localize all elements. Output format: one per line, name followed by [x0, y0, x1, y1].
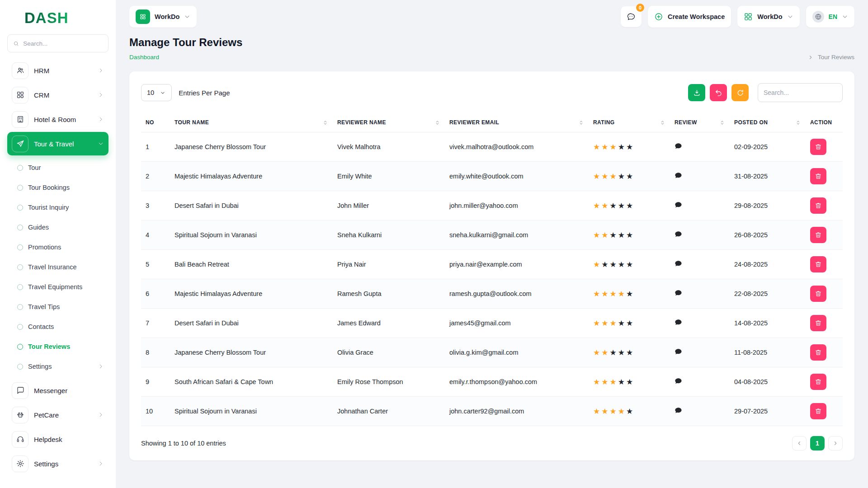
brand-logo[interactable]: DASH	[7, 5, 108, 31]
rating-stars: ★★★★★	[593, 407, 634, 416]
table-footer: Showing 1 to 10 of 10 entries 1	[141, 436, 843, 450]
cell-review	[670, 191, 730, 221]
sidebar-item-hrm[interactable]: HRM	[7, 59, 108, 82]
table-search-input[interactable]	[764, 89, 837, 96]
delete-button[interactable]	[810, 256, 826, 272]
column-header-reviewer-email[interactable]: REVIEWER EMAIL	[445, 113, 589, 132]
sidebar-subitem-guides[interactable]: Guides	[11, 217, 108, 237]
sidebar-item-hotel-room[interactable]: Hotel & Room	[7, 108, 108, 131]
download-icon	[693, 89, 701, 97]
sidebar-subitem-label: Contacts	[28, 323, 54, 330]
delete-button[interactable]	[810, 315, 826, 331]
sidebar-subitem-travel-insurance[interactable]: Travel Insurance	[11, 257, 108, 277]
star-icon: ★	[618, 378, 626, 386]
column-header-tour-name[interactable]: TOUR NAME	[170, 113, 333, 132]
table-row: 10 Spiritual Sojourn in Varanasi Johnath…	[141, 397, 843, 426]
cell-no: 3	[141, 191, 170, 221]
review-comment-icon[interactable]	[675, 230, 682, 238]
sidebar-subitem-tour[interactable]: Tour	[11, 158, 108, 178]
pagination-page-1[interactable]: 1	[810, 436, 825, 450]
chat-icon	[627, 12, 636, 21]
sidebar-subitem-tour-bookings[interactable]: Tour Bookings	[11, 178, 108, 197]
delete-button[interactable]	[810, 139, 826, 155]
column-header-posted-on[interactable]: POSTED ON	[730, 113, 806, 132]
review-comment-icon[interactable]	[675, 407, 682, 414]
delete-button[interactable]	[810, 227, 826, 243]
cell-review	[670, 132, 730, 162]
star-icon: ★	[601, 231, 609, 239]
sidebar-subitem-label: Settings	[28, 363, 52, 370]
sidebar-subitem-contacts[interactable]: Contacts	[11, 317, 108, 337]
star-icon: ★	[626, 172, 634, 181]
sidebar-search-input[interactable]	[23, 40, 103, 47]
cell-review	[670, 309, 730, 338]
export-button[interactable]	[688, 84, 705, 101]
sidebar-subitem-travel-equipments[interactable]: Travel Equipments	[11, 277, 108, 297]
sidebar-subitem-settings[interactable]: Settings	[11, 357, 108, 376]
review-comment-icon[interactable]	[675, 172, 682, 179]
sidebar-subitem-tour-reviews[interactable]: Tour Reviews	[11, 337, 108, 357]
sidebar-subitem-tourist-inquiry[interactable]: Tourist Inquiry	[11, 197, 108, 217]
sort-icon	[434, 120, 440, 126]
review-comment-icon[interactable]	[675, 201, 682, 209]
delete-button[interactable]	[810, 168, 826, 184]
sort-icon	[322, 120, 328, 126]
workspace-selector[interactable]: WorkDo	[129, 6, 197, 28]
star-icon: ★	[618, 202, 626, 210]
sidebar-item-petcare[interactable]: PetCare	[7, 403, 108, 427]
delete-button[interactable]	[810, 344, 826, 361]
chevron-right-icon	[98, 67, 104, 74]
review-comment-icon[interactable]	[675, 142, 682, 150]
chevron-right-icon	[98, 92, 104, 98]
review-comment-icon[interactable]	[675, 260, 682, 267]
sidebar-item-messenger[interactable]: Messenger	[7, 379, 108, 402]
sidebar-item-settings[interactable]: Settings	[7, 452, 108, 475]
create-workspace-button[interactable]: Create Workspace	[648, 6, 731, 28]
star-icon: ★	[601, 260, 609, 269]
breadcrumb-dashboard-link[interactable]: Dashboard	[129, 54, 159, 61]
cell-tour-name: Spiritual Sojourn in Varanasi	[170, 221, 333, 250]
circle-icon	[17, 324, 23, 330]
pagination: 1	[792, 436, 843, 450]
column-header-rating[interactable]: RATING	[589, 113, 670, 132]
language-selector[interactable]: EN	[806, 6, 854, 28]
trash-icon	[815, 231, 822, 239]
cell-rating: ★★★★★	[589, 132, 670, 162]
table-search[interactable]	[758, 83, 843, 102]
review-comment-icon[interactable]	[675, 377, 682, 385]
cell-reviewer-name: Priya Nair	[333, 250, 445, 279]
rating-stars: ★★★★★	[593, 290, 634, 298]
sidebar-subitem-travel-tips[interactable]: Travel Tips	[11, 297, 108, 317]
star-icon: ★	[626, 407, 634, 416]
undo-button[interactable]	[710, 84, 727, 101]
sidebar-search[interactable]	[7, 34, 108, 52]
sidebar-item-crm[interactable]: CRM	[7, 83, 108, 107]
sidebar-item-helpdesk[interactable]: Helpdesk	[7, 427, 108, 451]
showing-entries-text: Showing 1 to 10 of 10 entries	[141, 440, 226, 447]
refresh-button[interactable]	[731, 84, 749, 101]
cell-review	[670, 250, 730, 279]
review-comment-icon[interactable]	[675, 348, 682, 356]
star-icon: ★	[626, 378, 634, 386]
delete-button[interactable]	[810, 286, 826, 302]
sidebar-menu: HRM CRM Hotel & Room Tour & Travel Tour …	[7, 59, 108, 475]
workdo-menu[interactable]: WorkDo	[737, 6, 799, 28]
sidebar-subitem-promotions[interactable]: Promotions	[11, 237, 108, 257]
sidebar-item-tour-travel[interactable]: Tour & Travel	[7, 132, 108, 155]
review-comment-icon[interactable]	[675, 319, 682, 326]
pagination-prev-button[interactable]	[792, 436, 807, 450]
star-icon: ★	[601, 172, 609, 181]
delete-button[interactable]	[810, 197, 826, 214]
entries-per-page-select[interactable]: 10	[141, 84, 172, 101]
messages-button[interactable]: 0	[621, 6, 642, 27]
cell-no: 2	[141, 162, 170, 191]
pagination-next-button[interactable]	[828, 436, 843, 450]
star-icon: ★	[618, 407, 626, 416]
column-header-label: TOUR NAME	[175, 119, 209, 126]
delete-button[interactable]	[810, 403, 826, 419]
rating-stars: ★★★★★	[593, 378, 634, 386]
column-header-review[interactable]: REVIEW	[670, 113, 730, 132]
review-comment-icon[interactable]	[675, 289, 682, 297]
column-header-reviewer-name[interactable]: REVIEWER NAME	[333, 113, 445, 132]
delete-button[interactable]	[810, 374, 826, 390]
